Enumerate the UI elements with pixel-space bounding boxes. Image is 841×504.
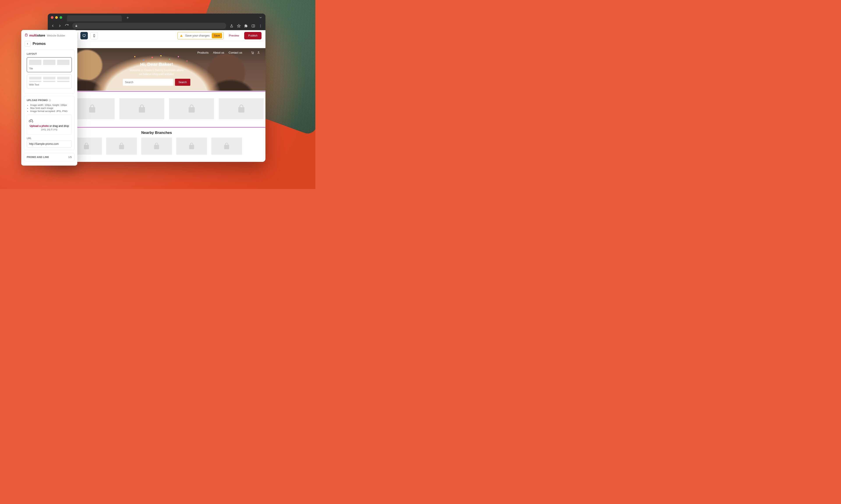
bag-icon [25,34,28,37]
promo-link-count: 1/5 [68,156,72,158]
browser-tabbar: ＋ [48,14,265,21]
sidepanel-icon[interactable] [252,24,255,28]
branch-placeholder[interactable] [176,138,207,155]
settings-panel: multistore Website Builder Promos LAYOUT… [21,30,77,166]
svg-point-4 [260,24,261,25]
site-nav: GAVINO'S Products About us Contact us [48,50,265,55]
upload-hint: Image width: 100px, height: 100px [30,104,72,106]
svg-marker-1 [237,24,240,27]
promo-placeholder[interactable] [119,98,164,119]
promo-link-heading: PROMO AND LINK [27,156,49,158]
svg-rect-2 [252,24,255,27]
builder-toolbar: Homepage ▾ Save your changes Save Previe… [48,30,265,41]
nav-link-contact[interactable]: Contact us [229,51,242,54]
branch-placeholder[interactable] [141,138,172,155]
url-label: URL [27,137,72,140]
hero-content: Hi, Dear Baker! Welcome to Gavino's Baki… [48,62,265,86]
svg-point-14 [258,51,259,52]
builder-canvas: Header GAVINO'S Products About us Contac… [48,41,265,155]
extensions-icon[interactable] [244,24,248,28]
device-desktop-button[interactable] [80,32,88,39]
layout-card: LAYOUT Tile With Text [24,50,75,93]
bookmark-star-icon[interactable] [237,24,241,28]
svg-point-12 [252,53,253,54]
upload-hints: Image width: 100px, height: 100px Max 5m… [27,104,72,112]
new-tab-button[interactable]: ＋ [126,15,130,20]
browser-toolbar [48,21,265,30]
preview-link[interactable]: Preview [229,34,239,37]
layout-option-withtext-label: With Text [29,83,69,86]
nav-forward-icon[interactable] [58,24,62,28]
nav-reload-icon[interactable] [65,24,69,28]
info-icon[interactable]: i [49,99,51,102]
page-viewport: Homepage ▾ Save your changes Save Previe… [48,30,265,162]
promo-placeholder[interactable] [169,98,214,119]
nav-link-products[interactable]: Products [197,51,208,54]
search-input[interactable] [123,79,173,86]
header-section[interactable]: Header [48,41,265,48]
upload-dropzone[interactable]: Upload a photo or drag and drop jpeg, jp… [27,115,72,135]
panel-title: Promos [33,42,46,46]
save-banner-text: Save your changes [185,34,209,37]
promos-section[interactable]: Promos [48,91,265,128]
tab-list-chevron-icon[interactable] [259,16,262,19]
upload-card: UPLOAD PROMO i Image width: 100px, heigh… [24,96,75,150]
brand-tagline: Website Builder [47,34,65,37]
hero-search: Search [123,79,190,86]
panel-scroll[interactable]: LAYOUT Tile With Text UPLOAD PROMO i Ima… [21,50,77,166]
upload-hint: Image format accepted: JPG, PNG [30,110,72,112]
upload-hint: Max 5mb each image [30,107,72,109]
banner-section[interactable]: GAVINO'S Products About us Contact us Hi… [48,48,265,91]
layout-option-tile[interactable]: Tile [27,57,72,72]
hero-title: Hi, Dear Baker! [48,62,265,67]
layout-heading: LAYOUT [27,53,72,55]
window-controls [51,16,62,19]
promo-placeholder[interactable] [219,98,264,119]
lock-icon [75,24,78,28]
dropzone-line1: Upload a photo or drag and drop [29,124,70,128]
brand-logo: multistore [25,34,45,37]
device-mobile-button[interactable] [90,32,98,39]
layout-option-withtext[interactable]: With Text [27,74,72,88]
dropzone-formats: jpeg, jpg & png [29,128,70,131]
promo-link-card: PROMO AND LINK 1/5 [24,153,75,161]
browser-window: ＋ Homepage ▾ [48,14,265,162]
user-icon[interactable] [257,51,260,54]
kebab-menu-icon[interactable] [259,24,262,28]
cloud-upload-icon [29,119,33,123]
share-icon[interactable] [230,24,234,28]
url-input[interactable] [27,141,72,147]
nav-link-about[interactable]: About us [213,51,224,54]
publish-button[interactable]: Publish [244,32,261,39]
svg-rect-15 [25,35,27,36]
minimize-window-icon[interactable] [55,16,58,19]
upload-heading: UPLOAD PROMO i [27,99,72,102]
maximize-window-icon[interactable] [59,16,62,19]
save-changes-banner: Save your changes Save [177,32,224,39]
svg-point-6 [260,27,261,27]
svg-point-5 [260,25,261,26]
cart-icon[interactable] [251,51,254,54]
nav-back-icon[interactable] [51,24,55,28]
branches-title: Nearby Branches [51,131,262,135]
search-button[interactable]: Search [175,79,190,86]
address-bar[interactable] [72,23,226,29]
browser-tab[interactable] [67,15,122,21]
svg-rect-7 [83,34,85,36]
layout-option-tile-label: Tile [29,67,69,70]
branch-placeholder[interactable] [211,138,242,155]
hero-subtitle: Welcome to Gavino's Baking Essentials wh… [48,68,265,76]
panel-brand: multistore Website Builder [21,30,77,39]
save-button[interactable]: Save [212,33,222,38]
close-window-icon[interactable] [51,16,53,19]
warning-icon [180,34,183,37]
branches-section[interactable]: Nearby Branches [48,128,265,155]
branch-placeholder[interactable] [106,138,137,155]
svg-point-13 [253,53,254,54]
back-button[interactable] [25,41,31,47]
